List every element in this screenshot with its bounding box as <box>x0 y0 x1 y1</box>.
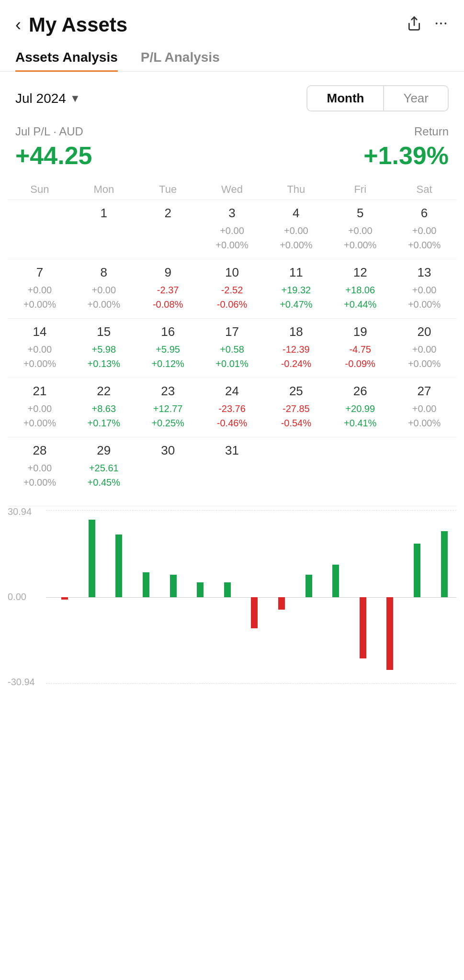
day-name-tue: Tue <box>136 183 200 196</box>
bar-negative <box>251 597 258 628</box>
cal-date-number: 11 <box>267 265 325 280</box>
cal-pnl: -2.52-0.06% <box>203 283 261 312</box>
cal-cell[interactable]: 11+19.32+0.47% <box>264 259 328 318</box>
day-name-sat: Sat <box>392 183 456 196</box>
cal-date-number: 5 <box>331 206 389 221</box>
cal-pnl: -4.75-0.09% <box>331 342 389 371</box>
bar-positive <box>414 544 420 597</box>
cal-cell[interactable]: 28+0.00+0.00% <box>8 437 72 496</box>
cal-date-number: 19 <box>331 324 389 339</box>
cal-date-number: 7 <box>11 265 69 280</box>
calendar: SunMonTueWedThuFriSat 123+0.00+0.00%4+0.… <box>0 179 464 496</box>
selected-date: Jul 2024 <box>15 91 66 106</box>
cal-date-number: 14 <box>11 324 69 339</box>
cal-cell[interactable]: 23+12.77+0.25% <box>136 378 200 437</box>
cal-cell[interactable]: 3+0.00+0.00% <box>200 200 264 259</box>
svg-point-1 <box>436 22 438 24</box>
cal-cell[interactable]: 19-4.75-0.09% <box>328 319 392 378</box>
cal-cell[interactable]: 4+0.00+0.00% <box>264 200 328 259</box>
cal-cell <box>8 200 72 259</box>
cal-cell[interactable]: 5+0.00+0.00% <box>328 200 392 259</box>
cal-date-number: 31 <box>203 443 261 458</box>
cal-cell[interactable]: 7+0.00+0.00% <box>8 259 72 318</box>
summary-right: Return +1.39% <box>363 125 449 170</box>
cal-cell[interactable]: 31 <box>200 437 264 496</box>
cal-date-number: 10 <box>203 265 261 280</box>
cal-date-number: 17 <box>203 324 261 339</box>
chart-area: 30.94 0.00 -30.94 <box>8 506 456 688</box>
bar-negative <box>61 597 68 600</box>
header: ‹ My Assets <box>0 0 464 44</box>
cal-cell[interactable]: 30 <box>136 437 200 496</box>
chart-bars <box>46 506 456 688</box>
cal-cell[interactable]: 15+5.98+0.13% <box>72 319 136 378</box>
year-button[interactable]: Year <box>384 86 448 111</box>
calendar-week-4: 28+0.00+0.00%29+25.61+0.45%3031 <box>8 437 456 496</box>
cal-date-number: 23 <box>139 384 197 399</box>
cal-cell <box>328 437 392 496</box>
y-label-bot: -30.94 <box>8 677 46 688</box>
calendar-header: SunMonTueWedThuFriSat <box>8 179 456 200</box>
cal-cell[interactable]: 27+0.00+0.00% <box>392 378 456 437</box>
tab-pl-analysis[interactable]: P/L Analysis <box>141 44 220 71</box>
cal-cell[interactable]: 26+20.99+0.41% <box>328 378 392 437</box>
cal-cell[interactable]: 13+0.00+0.00% <box>392 259 456 318</box>
back-button[interactable]: ‹ <box>15 16 21 33</box>
cal-cell[interactable]: 24-23.76-0.46% <box>200 378 264 437</box>
cal-cell[interactable]: 6+0.00+0.00% <box>392 200 456 259</box>
cal-cell[interactable]: 17+0.58+0.01% <box>200 319 264 378</box>
date-selector[interactable]: Jul 2024 ▼ <box>15 91 80 106</box>
bar-positive <box>170 575 177 597</box>
month-button[interactable]: Month <box>307 86 384 111</box>
return-value: +1.39% <box>363 141 449 170</box>
svg-point-2 <box>440 22 442 24</box>
return-label: Return <box>363 125 449 138</box>
cal-cell[interactable]: 16+5.95+0.12% <box>136 319 200 378</box>
pl-label: Jul P/L · AUD <box>15 125 92 138</box>
svg-point-3 <box>444 22 446 24</box>
cal-date-number: 20 <box>395 324 453 339</box>
chart-y-labels: 30.94 0.00 -30.94 <box>8 506 46 688</box>
cal-pnl: +5.98+0.13% <box>75 342 133 371</box>
cal-date-number: 30 <box>139 443 197 458</box>
cal-pnl: +12.77+0.25% <box>139 401 197 430</box>
cal-pnl: +0.00+0.00% <box>75 283 133 312</box>
cal-cell[interactable]: 2 <box>136 200 200 259</box>
cal-cell[interactable]: 25-27.85-0.54% <box>264 378 328 437</box>
header-right <box>407 16 449 34</box>
cal-cell <box>392 437 456 496</box>
summary-left: Jul P/L · AUD +44.25 <box>15 125 92 170</box>
cal-cell[interactable]: 21+0.00+0.00% <box>8 378 72 437</box>
cal-cell[interactable]: 22+8.63+0.17% <box>72 378 136 437</box>
cal-cell[interactable]: 12+18.06+0.44% <box>328 259 392 318</box>
share-icon[interactable] <box>407 16 422 34</box>
pl-value: +44.25 <box>15 141 92 170</box>
cal-cell[interactable]: 8+0.00+0.00% <box>72 259 136 318</box>
bar-positive <box>89 520 95 597</box>
cal-pnl: +0.00+0.00% <box>395 342 453 371</box>
cal-date-number: 6 <box>395 206 453 221</box>
cal-pnl: +0.00+0.00% <box>331 223 389 252</box>
cal-pnl: +0.00+0.00% <box>11 401 69 430</box>
cal-date-number: 16 <box>139 324 197 339</box>
bars-group <box>46 506 456 688</box>
day-name-wed: Wed <box>200 183 264 196</box>
cal-pnl: +8.63+0.17% <box>75 401 133 430</box>
cal-cell[interactable]: 1 <box>72 200 136 259</box>
bar-negative <box>360 597 366 658</box>
bar-positive <box>115 535 122 597</box>
cal-pnl: +18.06+0.44% <box>331 283 389 312</box>
cal-cell[interactable]: 29+25.61+0.45% <box>72 437 136 496</box>
cal-cell[interactable]: 18-12.39-0.24% <box>264 319 328 378</box>
header-left: ‹ My Assets <box>15 13 127 36</box>
more-icon[interactable] <box>433 16 449 34</box>
calendar-week-3: 21+0.00+0.00%22+8.63+0.17%23+12.77+0.25%… <box>8 378 456 437</box>
cal-pnl: +0.00+0.00% <box>11 461 69 490</box>
cal-date-number: 25 <box>267 384 325 399</box>
cal-cell[interactable]: 14+0.00+0.00% <box>8 319 72 378</box>
cal-cell[interactable]: 9-2.37-0.08% <box>136 259 200 318</box>
tab-assets-analysis[interactable]: Assets Analysis <box>15 44 118 71</box>
cal-cell[interactable]: 10-2.52-0.06% <box>200 259 264 318</box>
cal-date-number: 21 <box>11 384 69 399</box>
cal-cell[interactable]: 20+0.00+0.00% <box>392 319 456 378</box>
